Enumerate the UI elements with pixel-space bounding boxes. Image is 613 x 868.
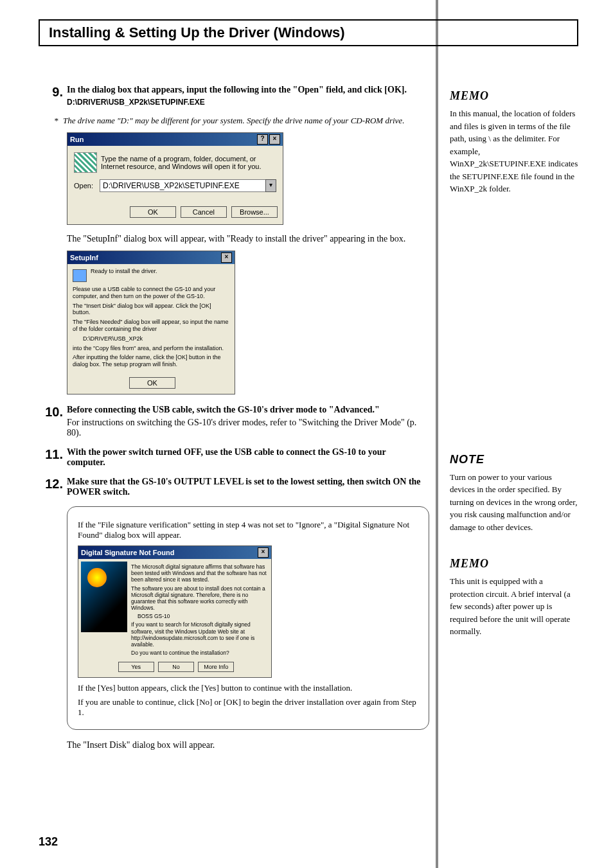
asterisk: * xyxy=(54,116,63,126)
signature-callout: If the "File signature verification" set… xyxy=(67,506,429,730)
browse-button[interactable]: Browse... xyxy=(231,206,278,218)
ok-button[interactable]: OK xyxy=(129,377,175,389)
setupinf-icon xyxy=(73,269,87,282)
close-button[interactable]: × xyxy=(221,252,232,263)
run-dialog: Run ? × Type the name of a program, fold… xyxy=(67,132,283,225)
dsig-title: Digital Signature Not Found xyxy=(81,549,174,556)
close-button[interactable]: × xyxy=(258,547,269,558)
setupinf-l1: Please use a USB cable to connect the GS… xyxy=(73,286,229,300)
step-number: 12. xyxy=(39,477,67,497)
close-button[interactable]: × xyxy=(269,134,280,145)
sidebar-column: MEMO In this manual, the location of fol… xyxy=(450,85,578,868)
step-10-sub: For instructions on switching the GS-10'… xyxy=(67,418,424,438)
setupinf-titlebar: SetupInf × xyxy=(67,251,235,264)
dsig-product: BOSS GS-10 xyxy=(138,613,267,619)
dsig-titlebar: Digital Signature Not Found × xyxy=(78,546,271,559)
dsig-p1: The Microsoft digital signature affirms … xyxy=(131,563,267,583)
setupinf-ready: Ready to install the driver. xyxy=(91,268,157,274)
ok-button[interactable]: OK xyxy=(130,206,176,218)
memo-block-2: MEMO This unit is equipped with a protec… xyxy=(450,553,578,638)
callout-p1: If the "File signature verification" set… xyxy=(78,520,418,540)
note-icon: NOTE xyxy=(450,451,484,468)
memo-2-text: This unit is equipped with a protection … xyxy=(450,575,578,638)
note-block-1: NOTE Turn on power to your various devic… xyxy=(450,448,578,534)
step-number: 11. xyxy=(39,447,67,468)
dsig-dialog: Digital Signature Not Found × The Micros… xyxy=(78,545,272,678)
dsig-image xyxy=(81,562,127,632)
callout-p3: If you are unable to continue, click [No… xyxy=(78,697,418,718)
footnote-text: The drive name "D:" may be different for… xyxy=(63,116,404,126)
help-button[interactable]: ? xyxy=(257,134,268,145)
open-input[interactable]: D:\DRIVER\USB_XP2k\SETUPINF.EXE xyxy=(100,179,266,192)
no-button[interactable]: No xyxy=(158,662,194,672)
memo-block-1: MEMO In this manual, the location of fol… xyxy=(450,85,578,195)
after-callout-text: The "Insert Disk" dialog box will appear… xyxy=(67,740,424,750)
run-title: Run xyxy=(70,136,84,143)
memo-icon: MEMO xyxy=(450,87,489,105)
page-title: Installing & Setting Up the Driver (Wind… xyxy=(39,19,578,46)
run-titlebar: Run ? × xyxy=(67,133,283,146)
step-10: 10. Before connecting the USB cable, swi… xyxy=(39,405,424,438)
main-column: 9. In the dialog box that appears, input… xyxy=(39,85,424,868)
step-11-text: With the power switch turned OFF, use th… xyxy=(67,447,424,468)
setupinf-title: SetupInf xyxy=(70,254,98,261)
step-number: 10. xyxy=(39,405,67,438)
dropdown-button[interactable]: ▾ xyxy=(265,179,276,192)
step-9: 9. In the dialog box that appears, input… xyxy=(39,85,424,107)
step-12: 12. Make sure that the GS-10's OUTPUT LE… xyxy=(39,477,424,497)
note-1-text: Turn on power to your various devices in… xyxy=(450,471,578,534)
footnote-drive: * The drive name "D:" may be different f… xyxy=(54,116,424,126)
setupinf-l2: The "Insert Disk" dialog box will appear… xyxy=(73,303,229,317)
setupinf-dialog: SetupInf × Ready to install the driver. … xyxy=(67,251,235,394)
page-number: 132 xyxy=(39,835,58,849)
page-content: Installing & Setting Up the Driver (Wind… xyxy=(39,19,578,868)
step-9-path: D:\DRIVER\USB_XP2k\SETUPINF.EXE xyxy=(67,98,424,107)
cancel-button[interactable]: Cancel xyxy=(181,206,227,218)
step-10-text: Before connecting the USB cable, switch … xyxy=(67,405,424,415)
run-icon xyxy=(74,152,97,173)
memo-1-text: In this manual, the location of folders … xyxy=(450,107,578,195)
dsig-p2: The software you are about to install do… xyxy=(131,585,267,612)
open-label: Open: xyxy=(74,182,100,190)
run-prompt: Type the name of a program, folder, docu… xyxy=(101,155,276,170)
setupinf-l3: The "Files Needed" dialog box will appea… xyxy=(73,319,229,333)
setupinf-l4: into the "Copy files from" area, and per… xyxy=(73,345,229,352)
more-info-button[interactable]: More Info xyxy=(198,662,234,672)
yes-button[interactable]: Yes xyxy=(118,662,154,672)
step-number: 9. xyxy=(39,85,67,107)
callout-p2: If the [Yes] button appears, click the [… xyxy=(78,683,418,693)
step-9-text: In the dialog box that appears, input th… xyxy=(67,85,424,95)
setupinf-path: D:\DRIVER\USB_XP2k xyxy=(83,335,229,342)
after-run-text: The "SetupInf" dialog box will appear, w… xyxy=(67,234,424,244)
setupinf-l5: After inputting the folder name, click t… xyxy=(73,354,229,368)
memo-icon: MEMO xyxy=(450,555,489,572)
step-11: 11. With the power switch turned OFF, us… xyxy=(39,447,424,468)
dsig-p3: If you want to search for Microsoft digi… xyxy=(131,621,267,648)
dsig-q: Do you want to continue the installation… xyxy=(131,650,267,656)
step-12-text: Make sure that the GS-10's OUTPUT LEVEL … xyxy=(67,477,424,497)
open-input-value: D:\DRIVER\USB_XP2k\SETUPINF.EXE xyxy=(103,181,240,190)
